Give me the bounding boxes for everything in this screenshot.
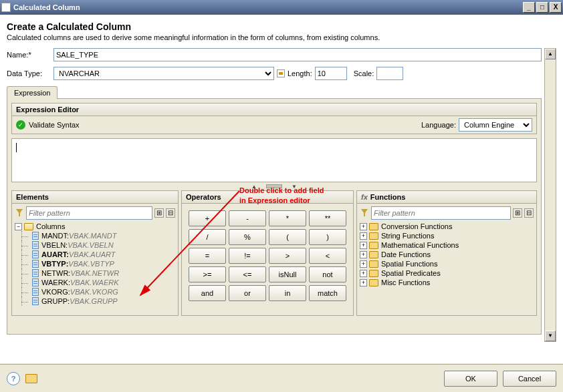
tree-twisty-plus-icon[interactable]: + bbox=[360, 251, 367, 258]
collapse-all-button[interactable]: ⊟ bbox=[524, 208, 534, 218]
column-icon bbox=[32, 269, 39, 277]
datatype-label: Data Type: bbox=[7, 69, 53, 77]
expression-textarea[interactable] bbox=[11, 138, 537, 182]
name-label: Name:* bbox=[7, 51, 53, 59]
operator-button[interactable]: > bbox=[269, 248, 306, 264]
operator-button[interactable]: / bbox=[189, 229, 226, 245]
operator-button[interactable]: % bbox=[229, 229, 266, 245]
collapse-all-button[interactable]: ⊟ bbox=[166, 208, 175, 218]
maximize-button[interactable]: □ bbox=[536, 2, 548, 13]
ok-button[interactable]: OK bbox=[444, 371, 497, 387]
folder-icon bbox=[369, 260, 378, 268]
folder-icon[interactable] bbox=[25, 374, 37, 383]
functions-filter-input[interactable] bbox=[371, 206, 511, 220]
column-item-vbtyp[interactable]: VBTYP: VBAK.VBTYP bbox=[15, 259, 175, 268]
filter-icon bbox=[15, 208, 24, 218]
footer: ? OK Cancel bbox=[0, 364, 563, 392]
length-input[interactable] bbox=[315, 67, 347, 80]
filter-icon bbox=[360, 208, 369, 218]
annotation: Double click to add fieldin Expression e… bbox=[239, 186, 324, 206]
column-item-vbeln[interactable]: VBELN: VBAK.VBELN bbox=[15, 240, 175, 250]
tree-twisty-plus-icon[interactable]: + bbox=[360, 223, 367, 230]
tab-strip: Expression bbox=[7, 85, 542, 98]
folder-open-icon bbox=[24, 223, 33, 230]
operator-button[interactable]: and bbox=[189, 285, 226, 301]
tree-twisty-plus-icon[interactable]: + bbox=[360, 260, 367, 268]
operator-button[interactable]: isNull bbox=[269, 266, 306, 282]
folder-icon bbox=[369, 251, 378, 258]
operator-button[interactable]: in bbox=[269, 285, 306, 301]
functions-panel: fx Functions ⊞ ⊟ +Conversion Functions+S… bbox=[356, 190, 537, 316]
help-button[interactable]: ? bbox=[7, 372, 20, 385]
column-item-netwr[interactable]: NETWR: VBAK.NETWR bbox=[15, 268, 175, 278]
cancel-button[interactable]: Cancel bbox=[503, 371, 556, 387]
validate-syntax-link[interactable]: Validate Syntax bbox=[29, 121, 80, 129]
fx-icon: fx bbox=[361, 193, 368, 201]
operator-button[interactable]: = bbox=[189, 248, 226, 264]
expression-panel: Expression Editor ✓ Validate Syntax Lang… bbox=[7, 98, 542, 335]
operator-button[interactable]: * bbox=[269, 210, 306, 226]
column-icon bbox=[32, 260, 39, 268]
operator-button[interactable]: <= bbox=[229, 266, 266, 282]
function-category[interactable]: +Misc Functions bbox=[360, 278, 534, 287]
column-icon bbox=[32, 250, 39, 258]
folder-icon bbox=[369, 279, 378, 286]
scroll-down-icon[interactable]: ▼ bbox=[545, 331, 556, 341]
operator-button[interactable]: match bbox=[309, 285, 346, 301]
column-icon bbox=[32, 232, 39, 240]
tree-twisty-plus-icon[interactable]: + bbox=[360, 232, 367, 240]
expression-editor-header: Expression Editor bbox=[11, 103, 537, 116]
tree-root-columns[interactable]: − Columns bbox=[15, 222, 175, 231]
function-category[interactable]: +Date Functions bbox=[360, 250, 534, 259]
close-button[interactable]: X bbox=[550, 2, 562, 13]
operator-button[interactable]: ( bbox=[269, 229, 306, 245]
operator-button[interactable]: + bbox=[189, 210, 226, 226]
operator-button[interactable]: >= bbox=[189, 266, 226, 282]
datatype-select[interactable]: NVARCHAR bbox=[53, 67, 274, 80]
key-icon bbox=[277, 69, 285, 77]
expand-all-button[interactable]: ⊞ bbox=[154, 208, 164, 218]
column-item-waerk[interactable]: WAERK: VBAK.WAERK bbox=[15, 278, 175, 287]
elements-panel: Elements ⊞ ⊟ − Columns bbox=[11, 190, 179, 316]
folder-icon bbox=[369, 242, 378, 249]
column-item-auart[interactable]: AUART: VBAK.AUART bbox=[15, 250, 175, 259]
function-category[interactable]: +String Functions bbox=[360, 231, 534, 240]
column-item-grupp[interactable]: GRUPP: VBAK.GRUPP bbox=[15, 297, 175, 306]
operator-button[interactable]: or bbox=[229, 285, 266, 301]
operator-button[interactable]: != bbox=[229, 248, 266, 264]
function-category[interactable]: +Mathematical Functions bbox=[360, 240, 534, 250]
column-item-vkorg[interactable]: VKORG: VBAK.VKORG bbox=[15, 287, 175, 297]
tree-twisty-plus-icon[interactable]: + bbox=[360, 279, 367, 286]
operator-button[interactable]: not bbox=[309, 266, 346, 282]
language-select[interactable]: Column Engine bbox=[459, 118, 532, 132]
tree-twisty-plus-icon[interactable]: + bbox=[360, 242, 367, 249]
function-category[interactable]: +Spatial Functions bbox=[360, 259, 534, 268]
functions-header: fx Functions bbox=[357, 191, 536, 204]
column-icon bbox=[32, 297, 39, 305]
elements-header: Elements bbox=[12, 191, 178, 204]
elements-filter-input[interactable] bbox=[26, 206, 152, 220]
folder-icon bbox=[369, 223, 378, 230]
operator-button[interactable]: ** bbox=[309, 210, 346, 226]
form-scrollbar[interactable]: ▲ ▼ bbox=[544, 48, 556, 342]
tab-expression[interactable]: Expression bbox=[7, 86, 58, 99]
expression-editor-toolbar: ✓ Validate Syntax Language: Column Engin… bbox=[11, 116, 537, 134]
operator-button[interactable]: ) bbox=[309, 229, 346, 245]
name-input[interactable] bbox=[53, 48, 542, 61]
column-icon bbox=[32, 288, 39, 296]
minimize-button[interactable]: _ bbox=[523, 2, 535, 13]
function-category[interactable]: +Conversion Functions bbox=[360, 222, 534, 231]
operator-button[interactable]: < bbox=[309, 248, 346, 264]
length-label: Length: bbox=[288, 69, 312, 77]
client-area: Create a Calculated Column Calculated co… bbox=[0, 15, 563, 363]
scale-input[interactable] bbox=[376, 67, 403, 80]
tree-twisty-plus-icon[interactable]: + bbox=[360, 270, 367, 277]
operator-button[interactable]: - bbox=[229, 210, 266, 226]
function-category[interactable]: +Spatial Predicates bbox=[360, 268, 534, 278]
title-bar: Calculated Column _ □ X bbox=[0, 0, 563, 15]
tree-twisty-minus-icon[interactable]: − bbox=[15, 223, 22, 230]
scroll-up-icon[interactable]: ▲ bbox=[545, 49, 556, 59]
column-icon bbox=[32, 278, 39, 286]
expand-all-button[interactable]: ⊞ bbox=[513, 208, 522, 218]
column-item-mandt[interactable]: MANDT: VBAK.MANDT bbox=[15, 231, 175, 240]
